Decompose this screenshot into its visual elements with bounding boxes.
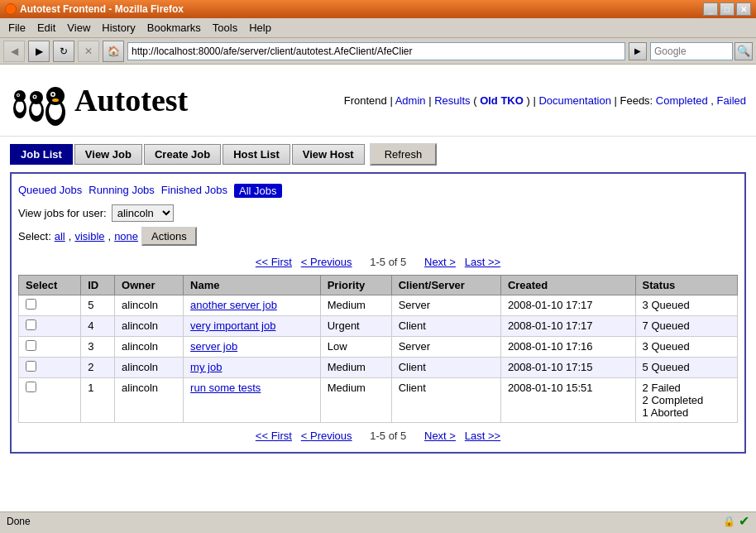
cell-created: 2008-01-10 17:16 [500,337,635,358]
cell-priority: Medium [320,358,391,378]
reload-button[interactable]: ↻ [53,41,74,62]
user-select[interactable]: alincoln all users [112,204,174,222]
cell-client-server: Server [391,295,500,316]
menu-bookmarks[interactable]: Bookmarks [142,20,206,36]
last-page-link-bottom[interactable]: Last >> [465,430,500,442]
cell-client-server: Client [391,358,500,378]
subtab-running-jobs[interactable]: Running Jobs [89,184,155,198]
stop-button[interactable]: ✕ [78,41,99,62]
menu-edit[interactable]: Edit [32,20,60,36]
select-none-link[interactable]: none [114,230,138,242]
menubar: File Edit View History Bookmarks Tools H… [0,18,756,38]
row-checkbox-4[interactable] [26,319,36,330]
cell-select [19,295,81,316]
table-row: 1 alincoln run some tests Medium Client … [19,378,738,423]
header-docs-link[interactable]: Documentation [538,94,610,107]
first-page-link-bottom[interactable]: << First [256,430,292,442]
tab-view-job[interactable]: View Job [74,144,142,165]
cell-select [19,358,81,378]
filter-row: View jobs for user: alincoln all users [18,204,738,222]
row-checkbox-3[interactable] [26,340,36,351]
header-failed-link[interactable]: Failed [717,94,746,107]
go-button[interactable]: ▶ [629,42,647,60]
header-oldtko-link[interactable]: Old TKO [480,94,524,107]
first-page-link[interactable]: << First [256,256,292,268]
svg-point-6 [31,103,41,116]
menu-help[interactable]: Help [244,20,276,36]
svg-point-15 [52,98,59,102]
svg-point-2 [14,90,26,102]
cell-status: 7 Queued [635,316,737,337]
job-name-link[interactable]: another server job [190,299,277,311]
close-button[interactable]: ✕ [736,2,751,16]
prev-page-link[interactable]: < Previous [301,256,352,268]
refresh-button[interactable]: Refresh [370,143,438,166]
row-checkbox-1[interactable] [26,382,36,392]
status-text: Done [7,516,31,527]
header-admin-link[interactable]: Admin [395,94,426,107]
tab-create-job[interactable]: Create Job [144,144,221,165]
job-name-link[interactable]: my job [190,361,222,373]
search-input[interactable] [650,42,733,60]
search-button[interactable]: 🔍 [734,42,753,60]
tab-view-host[interactable]: View Host [292,144,365,165]
next-page-link[interactable]: Next > [424,256,456,268]
cell-name: very important job [184,316,321,337]
maximize-button[interactable]: □ [720,2,734,16]
address-input[interactable] [127,42,625,60]
back-button[interactable]: ◀ [3,41,25,62]
col-status: Status [635,276,737,295]
cell-status: 2 Failed2 Completed1 Aborted [635,378,737,423]
subtab-finished-jobs[interactable]: Finished Jobs [161,184,227,198]
table-row: 2 alincoln my job Medium Client 2008-01-… [19,358,738,378]
tux-logo [10,71,68,129]
site-header: Autotest Frontend | Admin | Results ( Ol… [0,65,756,137]
prev-page-link-bottom[interactable]: < Previous [301,430,352,442]
job-name-link[interactable]: run some tests [190,382,261,394]
cell-created: 2008-01-10 15:51 [500,378,635,423]
menu-tools[interactable]: Tools [208,20,242,36]
cell-select [19,337,81,358]
job-name-link[interactable]: very important job [190,319,275,332]
select-visible-link[interactable]: visible [74,230,104,242]
menu-history[interactable]: History [97,20,140,36]
cell-name: my job [184,358,321,378]
actions-button[interactable]: Actions [141,227,197,246]
cell-status: 3 Queued [635,337,737,358]
window-title: Autotest Frontend - Mozilla Firefox [20,3,184,15]
col-created: Created [500,276,635,295]
header-completed-link[interactable]: Completed [656,94,708,107]
cell-client-server: Client [391,316,500,337]
next-page-link-bottom[interactable]: Next > [424,430,456,442]
menu-view[interactable]: View [62,20,95,36]
row-checkbox-2[interactable] [26,361,36,372]
last-page-link[interactable]: Last >> [465,256,500,268]
forward-button[interactable]: ▶ [28,41,50,62]
site-logo-text: Autotest [74,82,188,118]
row-checkbox-5[interactable] [26,299,36,310]
job-name-link[interactable]: server job [190,340,237,353]
security-icon: 🔒 [723,516,735,527]
select-row: Select: all, visible, none Actions [18,227,738,246]
svg-point-9 [34,96,36,98]
select-all-link[interactable]: all [55,230,65,242]
cell-id: 3 [81,337,115,358]
menu-file[interactable]: File [3,20,31,36]
cell-name: run some tests [184,378,321,423]
svg-point-4 [17,94,19,96]
address-bar: ▶ [127,42,647,60]
status-icons: 🔒 ✔ [723,513,749,529]
tab-host-list[interactable]: Host List [222,144,290,165]
pagination-top: << First < Previous 1-5 of 5 Next > Last… [18,252,738,271]
subtab-queued-jobs[interactable]: Queued Jobs [18,184,82,198]
page-range-bottom: 1-5 of 5 [370,430,406,442]
header-nav: Frontend | Admin | Results ( Old TKO ) |… [344,94,746,107]
header-results-link[interactable]: Results [434,94,470,107]
tab-job-list[interactable]: Job List [10,144,73,165]
subtab-all-jobs[interactable]: All Jobs [234,184,282,198]
sub-tabs: Queued Jobs Running Jobs Finished Jobs A… [18,180,738,204]
home-button[interactable]: 🏠 [103,41,124,62]
cell-status: 5 Queued [635,358,737,378]
window-titlebar: Autotest Frontend - Mozilla Firefox _ □ … [0,0,756,18]
minimize-button[interactable]: _ [703,2,718,16]
